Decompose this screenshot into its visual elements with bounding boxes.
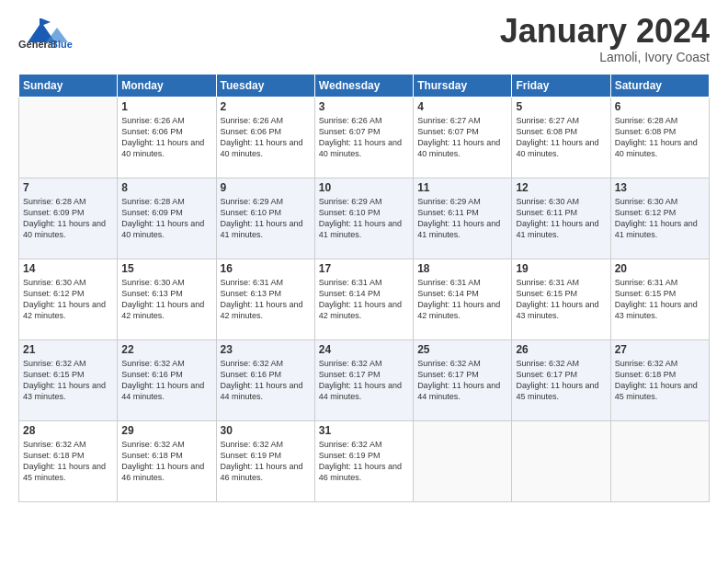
day-info: Sunrise: 6:27 AMSunset: 6:08 PMDaylight:… [516,115,606,160]
location: Lamoli, Ivory Coast [500,50,710,64]
calendar-header-row: SundayMondayTuesdayWednesdayThursdayFrid… [19,75,710,98]
calendar-cell: 14Sunrise: 6:30 AMSunset: 6:12 PMDayligh… [19,259,118,340]
day-info: Sunrise: 6:30 AMSunset: 6:11 PMDaylight:… [516,196,606,241]
day-of-week-header: Sunday [19,75,118,98]
day-number: 21 [23,343,113,356]
day-number: 6 [615,100,705,113]
day-number: 29 [121,424,211,437]
calendar-cell: 13Sunrise: 6:30 AMSunset: 6:12 PMDayligh… [610,178,709,259]
day-number: 31 [319,424,409,437]
calendar-cell: 4Sunrise: 6:27 AMSunset: 6:07 PMDaylight… [414,98,512,178]
day-number: 7 [23,181,113,194]
day-info: Sunrise: 6:26 AMSunset: 6:06 PMDaylight:… [121,115,211,160]
day-info: Sunrise: 6:29 AMSunset: 6:10 PMDaylight:… [221,196,311,241]
day-info: Sunrise: 6:26 AMSunset: 6:07 PMDaylight:… [319,115,409,160]
day-number: 23 [221,343,311,356]
day-info: Sunrise: 6:32 AMSunset: 6:16 PMDaylight:… [121,358,211,403]
svg-rect-2 [40,18,41,29]
day-of-week-header: Tuesday [216,75,314,98]
day-number: 30 [221,424,311,437]
calendar-cell: 15Sunrise: 6:30 AMSunset: 6:13 PMDayligh… [118,259,216,340]
day-info: Sunrise: 6:30 AMSunset: 6:12 PMDaylight:… [23,277,113,322]
calendar-cell: 24Sunrise: 6:32 AMSunset: 6:17 PMDayligh… [314,340,413,421]
calendar-cell: 27Sunrise: 6:32 AMSunset: 6:18 PMDayligh… [610,340,709,421]
calendar-cell: 10Sunrise: 6:29 AMSunset: 6:10 PMDayligh… [314,178,413,259]
calendar-week-row: 1Sunrise: 6:26 AMSunset: 6:06 PMDaylight… [19,98,710,178]
day-number: 12 [516,181,606,194]
day-number: 25 [417,343,507,356]
day-info: Sunrise: 6:32 AMSunset: 6:17 PMDaylight:… [319,358,409,403]
day-number: 11 [417,181,507,194]
page: General Blue January 2024 Lamoli, Ivory … [0,0,728,563]
day-info: Sunrise: 6:31 AMSunset: 6:13 PMDaylight:… [221,277,311,322]
day-of-week-header: Friday [512,75,610,98]
day-info: Sunrise: 6:27 AMSunset: 6:07 PMDaylight:… [417,115,507,160]
calendar-cell: 17Sunrise: 6:31 AMSunset: 6:14 PMDayligh… [314,259,413,340]
calendar-cell: 31Sunrise: 6:32 AMSunset: 6:19 PMDayligh… [314,421,413,502]
day-number: 9 [221,181,311,194]
day-number: 28 [23,424,113,437]
day-info: Sunrise: 6:32 AMSunset: 6:17 PMDaylight:… [417,358,507,403]
day-number: 27 [615,343,705,356]
day-info: Sunrise: 6:31 AMSunset: 6:14 PMDaylight:… [319,277,409,322]
day-number: 2 [221,100,311,113]
day-info: Sunrise: 6:28 AMSunset: 6:08 PMDaylight:… [615,115,705,160]
day-info: Sunrise: 6:31 AMSunset: 6:15 PMDaylight:… [516,277,606,322]
logo: General Blue [18,15,92,50]
calendar-week-row: 14Sunrise: 6:30 AMSunset: 6:12 PMDayligh… [19,259,710,340]
svg-text:Blue: Blue [51,39,73,50]
day-info: Sunrise: 6:26 AMSunset: 6:06 PMDaylight:… [221,115,311,160]
calendar-cell: 26Sunrise: 6:32 AMSunset: 6:17 PMDayligh… [512,340,610,421]
calendar-cell: 22Sunrise: 6:32 AMSunset: 6:16 PMDayligh… [118,340,216,421]
calendar-cell: 8Sunrise: 6:28 AMSunset: 6:09 PMDaylight… [118,178,216,259]
svg-marker-3 [41,18,51,26]
day-number: 14 [23,262,113,275]
day-number: 5 [516,100,606,113]
day-number: 20 [615,262,705,275]
calendar-cell [610,421,709,502]
day-info: Sunrise: 6:32 AMSunset: 6:19 PMDaylight:… [319,439,409,484]
calendar-cell: 3Sunrise: 6:26 AMSunset: 6:07 PMDaylight… [314,98,413,178]
calendar-cell [414,421,512,502]
calendar-cell: 25Sunrise: 6:32 AMSunset: 6:17 PMDayligh… [414,340,512,421]
day-info: Sunrise: 6:28 AMSunset: 6:09 PMDaylight:… [23,196,113,241]
day-of-week-header: Wednesday [314,75,413,98]
day-number: 16 [221,262,311,275]
day-of-week-header: Thursday [414,75,512,98]
calendar-cell: 11Sunrise: 6:29 AMSunset: 6:11 PMDayligh… [414,178,512,259]
day-number: 18 [417,262,507,275]
calendar-cell: 30Sunrise: 6:32 AMSunset: 6:19 PMDayligh… [216,421,314,502]
day-number: 4 [417,100,507,113]
day-number: 3 [319,100,409,113]
calendar-cell: 2Sunrise: 6:26 AMSunset: 6:06 PMDaylight… [216,98,314,178]
day-info: Sunrise: 6:31 AMSunset: 6:14 PMDaylight:… [417,277,507,322]
calendar-cell: 5Sunrise: 6:27 AMSunset: 6:08 PMDaylight… [512,98,610,178]
calendar-cell: 29Sunrise: 6:32 AMSunset: 6:18 PMDayligh… [118,421,216,502]
day-info: Sunrise: 6:29 AMSunset: 6:11 PMDaylight:… [417,196,507,241]
calendar-cell: 20Sunrise: 6:31 AMSunset: 6:15 PMDayligh… [610,259,709,340]
day-info: Sunrise: 6:30 AMSunset: 6:12 PMDaylight:… [615,196,705,241]
day-info: Sunrise: 6:32 AMSunset: 6:16 PMDaylight:… [221,358,311,403]
calendar-week-row: 21Sunrise: 6:32 AMSunset: 6:15 PMDayligh… [19,340,710,421]
day-number: 17 [319,262,409,275]
day-number: 19 [516,262,606,275]
day-number: 22 [121,343,211,356]
day-info: Sunrise: 6:32 AMSunset: 6:15 PMDaylight:… [23,358,113,403]
calendar-cell: 6Sunrise: 6:28 AMSunset: 6:08 PMDaylight… [610,98,709,178]
day-info: Sunrise: 6:32 AMSunset: 6:18 PMDaylight:… [615,358,705,403]
day-info: Sunrise: 6:29 AMSunset: 6:10 PMDaylight:… [319,196,409,241]
header: General Blue January 2024 Lamoli, Ivory … [18,15,710,64]
calendar-cell [512,421,610,502]
calendar-cell: 1Sunrise: 6:26 AMSunset: 6:06 PMDaylight… [118,98,216,178]
title-block: January 2024 Lamoli, Ivory Coast [500,15,710,64]
day-info: Sunrise: 6:31 AMSunset: 6:15 PMDaylight:… [615,277,705,322]
day-number: 24 [319,343,409,356]
day-number: 26 [516,343,606,356]
day-info: Sunrise: 6:30 AMSunset: 6:13 PMDaylight:… [121,277,211,322]
calendar-cell [19,98,118,178]
day-info: Sunrise: 6:32 AMSunset: 6:17 PMDaylight:… [516,358,606,403]
calendar-cell: 19Sunrise: 6:31 AMSunset: 6:15 PMDayligh… [512,259,610,340]
calendar-cell: 16Sunrise: 6:31 AMSunset: 6:13 PMDayligh… [216,259,314,340]
calendar-cell: 18Sunrise: 6:31 AMSunset: 6:14 PMDayligh… [414,259,512,340]
day-of-week-header: Saturday [610,75,709,98]
